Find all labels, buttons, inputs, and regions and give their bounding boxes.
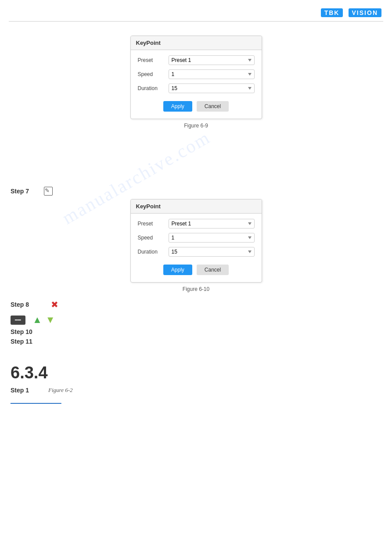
blue-link[interactable]: ________________ — [11, 397, 392, 404]
logo: TBK VISION — [319, 6, 381, 18]
duration-label-2: Duration — [138, 249, 169, 255]
preset-row-1: Preset Preset 1 — [138, 55, 255, 65]
preset-select-2[interactable]: Preset 1 — [169, 219, 255, 229]
cancel-button-2[interactable]: Cancel — [197, 265, 229, 275]
figure-label-1: Figure 6-9 — [184, 123, 208, 129]
speed-row-1: Speed 1 — [138, 69, 255, 79]
preset-label-2: Preset — [138, 221, 169, 227]
arrow-up-icon[interactable]: ▲ — [32, 314, 42, 326]
apply-button-2[interactable]: Apply — [163, 265, 192, 275]
preset-row-2: Preset Preset 1 — [138, 219, 255, 229]
arrow-down-icon[interactable]: ▼ — [46, 314, 55, 326]
step10-label: Step 10 — [11, 328, 381, 335]
logo-tbk: TBK — [321, 8, 343, 17]
fig-ref: Figure 6-2 — [48, 387, 72, 394]
preset-label-1: Preset — [138, 57, 169, 63]
keypoint-dialog-1: KeyPoint Preset Preset 1 Speed 1 Duratio… — [130, 36, 262, 119]
speed-label-2: Speed — [138, 235, 169, 241]
dialog-1-title: KeyPoint — [131, 36, 262, 50]
speed-label-1: Speed — [138, 71, 169, 77]
step7-label: Step 7 — [11, 188, 37, 195]
spacer-1 — [11, 146, 381, 181]
duration-select-1[interactable]: 15 — [169, 83, 255, 93]
dialog-1-body: Preset Preset 1 Speed 1 Duration 15 — [131, 50, 262, 119]
step1-row: Step 1 Figure 6-2 — [11, 387, 392, 394]
step11-label: Step 11 — [11, 338, 381, 345]
dark-button[interactable]: ━━ — [11, 316, 25, 325]
dialog-2-body: Preset Preset 1 Speed 1 Duration 15 — [131, 214, 262, 282]
dialog-2-title: KeyPoint — [131, 200, 262, 214]
section-heading: 6.3.4 — [11, 363, 392, 382]
speed-row-2: Speed 1 — [138, 233, 255, 243]
dialog-section-1: KeyPoint Preset Preset 1 Speed 1 Duratio… — [11, 36, 381, 129]
cancel-button-1[interactable]: Cancel — [197, 101, 229, 112]
dialog-2-buttons: Apply Cancel — [138, 261, 255, 277]
dialog-section-2: KeyPoint Preset Preset 1 Speed 1 Duratio… — [11, 199, 381, 292]
duration-label-1: Duration — [138, 85, 169, 91]
duration-row-1: Duration 15 — [138, 83, 255, 93]
figure-label-2: Figure 6-10 — [183, 286, 209, 292]
step7-row: Step 7 — [11, 187, 381, 196]
edit-icon[interactable] — [44, 187, 53, 196]
dialog-1-buttons: Apply Cancel — [138, 98, 255, 113]
logo-vision: VISION — [349, 8, 381, 17]
header: TBK VISION — [0, 0, 392, 21]
step1-label: Step 1 — [11, 387, 37, 394]
apply-button-1[interactable]: Apply — [163, 101, 192, 112]
speed-select-1[interactable]: 1 — [169, 69, 255, 79]
step8-row: Step 8 ✖ — [11, 299, 381, 310]
preset-select-1[interactable]: Preset 1 — [169, 55, 255, 65]
duration-select-2[interactable]: 15 — [169, 247, 255, 257]
delete-icon[interactable]: ✖ — [51, 299, 58, 310]
step8-label: Step 8 — [11, 301, 37, 308]
duration-row-2: Duration 15 — [138, 247, 255, 257]
keypoint-dialog-2: KeyPoint Preset Preset 1 Speed 1 Duratio… — [130, 199, 262, 283]
arrows-row: ━━ ▲ ▼ — [11, 314, 381, 326]
speed-select-2[interactable]: 1 — [169, 233, 255, 243]
main-content: KeyPoint Preset Preset 1 Speed 1 Duratio… — [0, 22, 392, 355]
